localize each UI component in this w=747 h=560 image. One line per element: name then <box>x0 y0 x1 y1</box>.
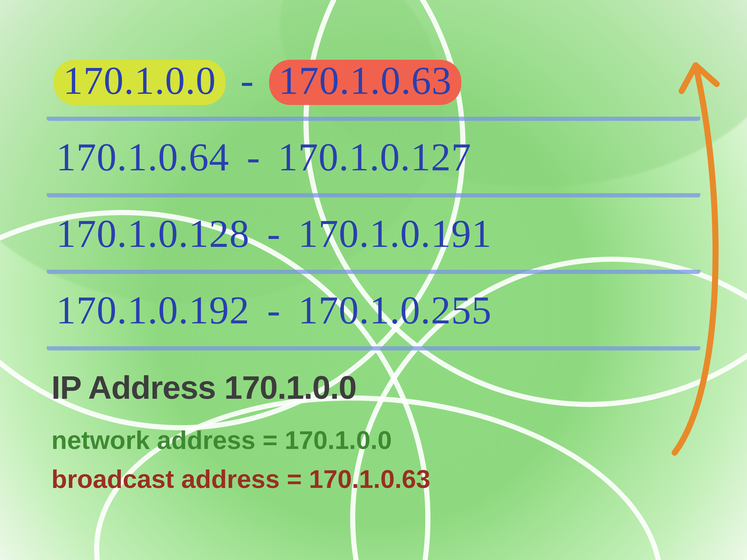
range-end: 170.1.0.255 <box>298 288 492 332</box>
network-address-line: network address = 170.1.0.0 <box>51 425 430 455</box>
range-start: 170.1.0.128 <box>56 212 250 256</box>
highlight-broadcast: 170.1.0.63 <box>269 60 461 105</box>
broadcast-address-line: broadcast address = 170.1.0.63 <box>51 464 430 494</box>
dash-text: - <box>247 135 260 179</box>
page-title: IP Address 170.1.0.0 <box>51 369 430 406</box>
dash-text: - <box>267 288 281 332</box>
labels-block: IP Address 170.1.0.0 network address = 1… <box>51 369 430 494</box>
range-text: 170.1.0.64 - 170.1.0.127 <box>56 137 700 177</box>
range-row: 170.1.0.128 - 170.1.0.191 <box>47 205 700 274</box>
range-row: 170.1.0.0 - 170.1.0.63 <box>47 51 700 121</box>
range-end: 170.1.0.191 <box>298 212 492 256</box>
range-end: 170.1.0.127 <box>278 135 471 179</box>
range-start: 170.1.0.64 <box>56 135 229 179</box>
range-text: 170.1.0.192 - 170.1.0.255 <box>56 290 700 330</box>
dash-text: - <box>240 59 254 102</box>
diagram-stage: 170.1.0.0 - 170.1.0.63 170.1.0.64 - 170.… <box>0 0 747 560</box>
range-start: 170.1.0.192 <box>56 288 250 332</box>
range-row: 170.1.0.64 - 170.1.0.127 <box>47 128 700 197</box>
highlight-network: 170.1.0.0 <box>54 60 226 105</box>
dash-text: - <box>267 212 281 256</box>
range-text: 170.1.0.128 - 170.1.0.191 <box>56 214 700 254</box>
range-text: 170.1.0.0 - 170.1.0.63 <box>56 61 700 104</box>
range-row: 170.1.0.192 - 170.1.0.255 <box>47 281 700 350</box>
